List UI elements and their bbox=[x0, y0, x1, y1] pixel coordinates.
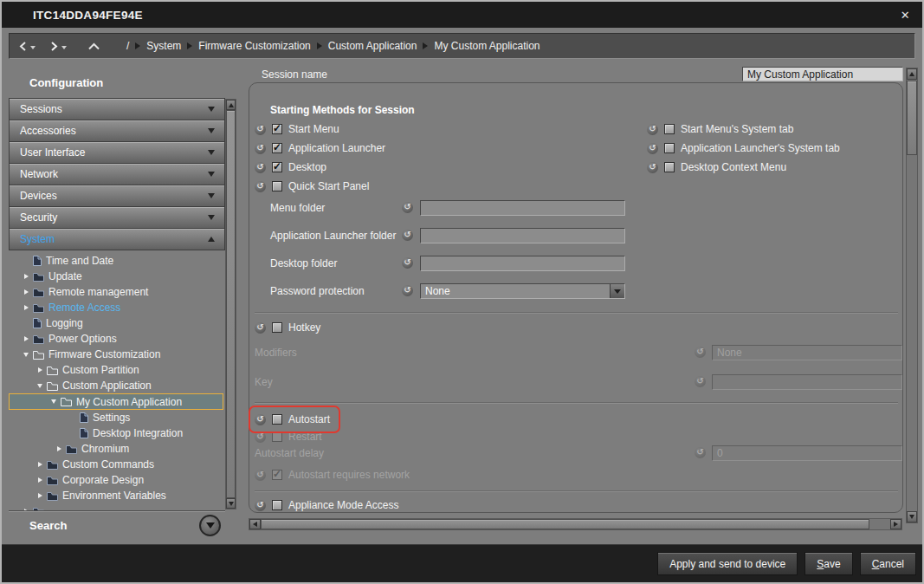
sidebar-section-sessions[interactable]: Sessions bbox=[9, 98, 225, 120]
content-horizontal-scrollbar[interactable] bbox=[249, 518, 902, 530]
reset-icon[interactable]: ↺ bbox=[255, 414, 266, 425]
application-launcher-system-tab-row: ↺Application Launcher's System tab bbox=[647, 141, 840, 155]
tree-item-logging[interactable]: Logging bbox=[9, 315, 225, 331]
sidebar-scrollbar[interactable] bbox=[225, 99, 236, 509]
scroll-up-button[interactable] bbox=[226, 100, 236, 110]
reset-icon[interactable]: ↺ bbox=[647, 124, 658, 135]
sidebar-section-security[interactable]: Security bbox=[9, 206, 225, 228]
expander-down-icon[interactable] bbox=[48, 399, 59, 404]
hotkey-checkbox[interactable] bbox=[272, 322, 282, 333]
scrollbar-thumb[interactable] bbox=[226, 110, 236, 498]
sidebar-section-network[interactable]: Network bbox=[9, 163, 225, 185]
quick-start-panel-row: ↺Quick Start Panel bbox=[255, 179, 369, 193]
application-launcher-folder-input[interactable] bbox=[420, 228, 625, 243]
autostart-requires-network-checkbox bbox=[272, 470, 282, 480]
breadcrumb-root[interactable]: / bbox=[126, 40, 129, 52]
tree-item-chromium[interactable]: Chromium bbox=[9, 441, 225, 457]
desktop-folder-input[interactable] bbox=[420, 256, 625, 271]
reset-icon[interactable]: ↺ bbox=[402, 285, 413, 296]
tree-item-power-options[interactable]: Power Options bbox=[9, 331, 225, 347]
expander-right-icon[interactable] bbox=[35, 477, 45, 483]
reset-icon[interactable]: ↺ bbox=[647, 162, 658, 173]
breadcrumb-item-firmware-customization[interactable]: Firmware Customization bbox=[198, 40, 310, 52]
expander-right-icon[interactable] bbox=[21, 274, 31, 279]
expander-right-icon[interactable] bbox=[21, 305, 31, 310]
session-name-input[interactable]: My Custom Application bbox=[742, 67, 903, 81]
dropdown-caret-icon[interactable] bbox=[30, 46, 36, 49]
expander-right-icon[interactable] bbox=[35, 493, 45, 498]
breadcrumb-item-custom-application[interactable]: Custom Application bbox=[328, 40, 417, 52]
apply-and-send-button[interactable]: Apply and send to device bbox=[657, 552, 798, 575]
content-vertical-scrollbar[interactable] bbox=[906, 68, 918, 523]
appliance-mode-access-checkbox[interactable] bbox=[272, 500, 282, 510]
reset-icon[interactable]: ↺ bbox=[255, 322, 266, 334]
tree-item-custom-application[interactable]: Custom Application bbox=[9, 378, 225, 393]
tree-item-desktop-integration[interactable]: Desktop Integration bbox=[9, 425, 225, 441]
up-button[interactable] bbox=[87, 42, 100, 50]
tree-item-firmware-customization[interactable]: Firmware Customization bbox=[9, 347, 225, 362]
reset-icon[interactable]: ↺ bbox=[255, 500, 266, 511]
sidebar-section-devices[interactable]: Devices bbox=[9, 185, 225, 206]
scrollbar-thumb[interactable] bbox=[907, 81, 917, 155]
cancel-button[interactable]: Cancel bbox=[860, 552, 916, 575]
reset-icon[interactable]: ↺ bbox=[402, 202, 413, 213]
dropdown-arrow-button[interactable] bbox=[610, 284, 624, 298]
scroll-right-button[interactable] bbox=[890, 519, 901, 529]
scroll-up-button[interactable] bbox=[907, 68, 917, 80]
reset-icon[interactable]: ↺ bbox=[402, 230, 413, 241]
tree-item-partial[interactable] bbox=[9, 503, 225, 510]
scroll-down-button[interactable] bbox=[226, 498, 236, 509]
reset-icon[interactable]: ↺ bbox=[255, 143, 266, 154]
expander-down-icon[interactable] bbox=[21, 353, 31, 357]
tree-item-custom-commands[interactable]: Custom Commands bbox=[9, 457, 225, 472]
tree-item-remote-management[interactable]: Remote management bbox=[9, 284, 225, 300]
tree-item-custom-partition[interactable]: Custom Partition bbox=[9, 362, 225, 378]
desktop-checkbox[interactable] bbox=[272, 162, 282, 172]
tree-item-remote-access[interactable]: Remote Access bbox=[9, 300, 225, 315]
expander-right-icon[interactable] bbox=[21, 289, 31, 295]
save-button[interactable]: Save bbox=[804, 552, 852, 575]
reset-icon: ↺ bbox=[255, 432, 266, 443]
start-menu-checkbox[interactable] bbox=[272, 124, 282, 134]
scroll-down-button[interactable] bbox=[907, 511, 917, 522]
sidebar-section-user-interface[interactable]: User Interface bbox=[9, 141, 225, 163]
expander-right-icon[interactable] bbox=[35, 462, 45, 467]
reset-icon[interactable]: ↺ bbox=[647, 143, 658, 154]
expander-right-icon[interactable] bbox=[35, 367, 45, 373]
desktop-context-menu-checkbox[interactable] bbox=[664, 162, 675, 172]
tree-item-environment-variables[interactable]: Environment Variables bbox=[9, 488, 225, 503]
expander-right-icon[interactable] bbox=[21, 336, 31, 341]
forward-button[interactable] bbox=[49, 41, 67, 52]
expander-right-icon[interactable] bbox=[54, 446, 64, 451]
tree-item-corporate-design[interactable]: Corporate Design bbox=[9, 472, 225, 488]
sidebar-section-system[interactable]: System bbox=[9, 228, 225, 250]
tree-item-time-and-date[interactable]: Time and Date bbox=[9, 253, 225, 269]
reset-icon[interactable]: ↺ bbox=[255, 162, 266, 173]
autostart-checkbox[interactable] bbox=[272, 414, 282, 425]
tree-item-update[interactable]: Update bbox=[9, 269, 225, 284]
sidebar-section-accessories[interactable]: Accessories bbox=[9, 120, 225, 141]
scrollbar-thumb[interactable] bbox=[261, 519, 869, 529]
menu-folder-input[interactable] bbox=[420, 200, 625, 216]
breadcrumb-item-my-custom-application[interactable]: My Custom Application bbox=[434, 40, 540, 52]
quick-start-panel-checkbox[interactable] bbox=[272, 181, 282, 191]
tree-item-my-custom-application[interactable]: My Custom Application bbox=[9, 393, 223, 410]
close-icon[interactable]: ✕ bbox=[901, 9, 910, 22]
dropdown-caret-icon[interactable] bbox=[61, 46, 67, 49]
checkbox-label: Application Launcher bbox=[288, 142, 385, 154]
application-launcher-system-tab-checkbox[interactable] bbox=[664, 143, 675, 153]
tree-item-label: Remote Access bbox=[48, 302, 120, 314]
reset-icon[interactable]: ↺ bbox=[402, 257, 413, 269]
application-launcher-checkbox[interactable] bbox=[272, 143, 282, 153]
password-protection-dropdown[interactable]: None bbox=[420, 283, 625, 299]
reset-icon[interactable]: ↺ bbox=[255, 124, 266, 135]
start-menu-system-tab-checkbox[interactable] bbox=[664, 124, 675, 134]
scroll-left-button[interactable] bbox=[249, 519, 261, 529]
tree-item-settings[interactable]: Settings bbox=[9, 410, 225, 425]
expander-down-icon[interactable] bbox=[35, 384, 45, 388]
breadcrumb-item-system[interactable]: System bbox=[146, 40, 181, 52]
search-expand-button[interactable] bbox=[199, 515, 221, 536]
reset-icon[interactable]: ↺ bbox=[255, 181, 266, 192]
section-label: Sessions bbox=[20, 103, 62, 115]
back-button[interactable] bbox=[18, 41, 36, 52]
